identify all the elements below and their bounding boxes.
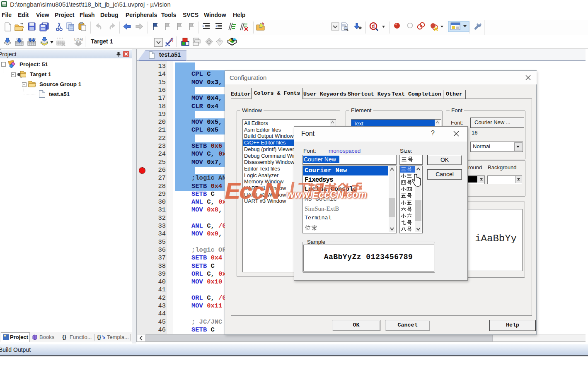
svg-text:LOAD: LOAD bbox=[74, 37, 83, 41]
svg-text:d: d bbox=[372, 23, 375, 29]
